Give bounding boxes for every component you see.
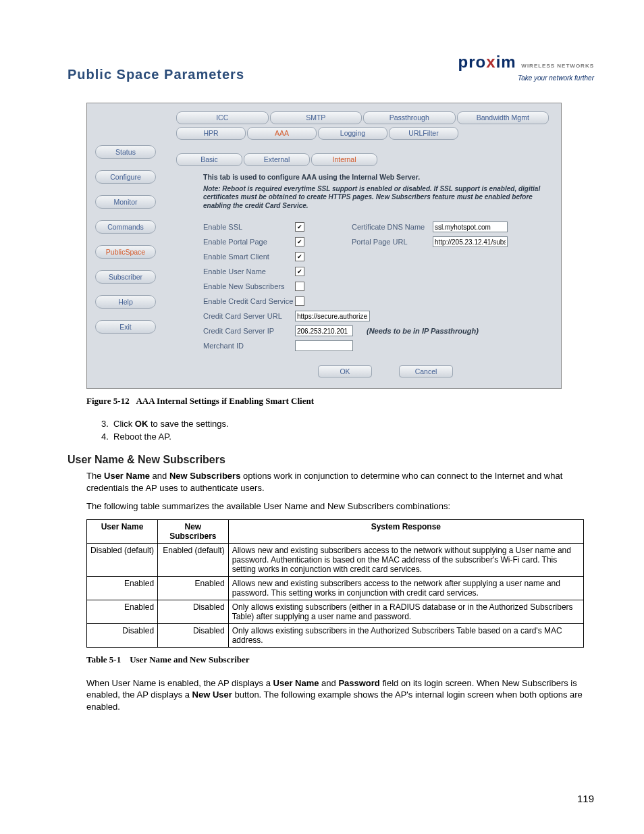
nav-help[interactable]: Help [95,295,156,309]
cc-ip-note: (Needs to be in IP Passthrough) [367,327,479,335]
input-portal-page-url[interactable] [433,236,508,247]
config-screenshot: StatusConfigureMonitorCommandsPublicSpac… [86,103,562,390]
th-new-subscribers: New Subscribers [158,519,229,543]
para-3: When User Name is enabled, the AP displa… [86,677,594,713]
cc-ip-label: Credit Card Server IP [203,327,295,335]
step-list: 3. Click OK to save the settings. 4. Reb… [101,419,594,442]
section-heading: User Name & New Subscribers [68,454,594,466]
table-row: DisabledDisabledOnly allows existing sub… [87,623,584,647]
nav-exit[interactable]: Exit [95,320,156,334]
ok-button[interactable]: OK [318,365,372,377]
table-row: Disabled (default)Enabled (default)Allow… [87,543,584,576]
checkbox-enable-new-subscribers[interactable] [295,282,304,291]
table-caption: Table 5-1 User Name and New Subscriber [86,654,594,665]
th-system-response: System Response [228,519,583,543]
label-enable-smart-client: Enable Smart Client [203,253,295,261]
tab-hpr[interactable]: HPR [176,127,246,140]
nav-publicspace[interactable]: PublicSpace [95,245,156,259]
tab-intro: This tab is used to configure AAA using … [203,173,550,181]
table-row: EnabledEnabledAllows new and existing su… [87,576,584,600]
tab-passthrough[interactable]: Passthrough [363,111,456,124]
label-enable-credit-card-service: Enable Credit Card Service [203,297,295,305]
label-enable-portal-page: Enable Portal Page [203,238,295,246]
input-certificate-dns-name[interactable] [433,221,508,232]
table-row: EnabledDisabledOnly allows existing subs… [87,600,584,623]
tab-aaa[interactable]: AAA [247,127,317,140]
page-number: 119 [577,793,594,804]
nav-monitor[interactable]: Monitor [95,195,156,209]
para-1: The User Name and New Subscribers option… [86,470,594,494]
label-enable-user-name: Enable User Name [203,267,295,276]
page-header: Public Space Parameters proxim WIRELESS … [68,53,594,82]
tab-external[interactable]: External [244,153,310,166]
label-portal-page-url: Portal Page URL [352,238,433,246]
tab-internal[interactable]: Internal [311,153,377,166]
tab-smtp[interactable]: SMTP [270,111,363,124]
nav-subscriber[interactable]: Subscriber [95,270,156,284]
nav-configure[interactable]: Configure [95,170,156,184]
cc-url-label: Credit Card Server URL [203,312,295,320]
merchant-input[interactable] [295,340,353,351]
label-enable-new-subscribers: Enable New Subscribers [203,282,295,290]
tab-basic[interactable]: Basic [176,153,242,166]
checkbox-enable-ssl[interactable]: ✔ [295,222,304,232]
label-certificate-dns-name: Certificate DNS Name [352,223,433,231]
checkbox-enable-smart-client[interactable]: ✔ [295,252,304,261]
page-title: Public Space Parameters [68,67,244,82]
nav-status[interactable]: Status [95,145,156,159]
cancel-button[interactable]: Cancel [399,365,453,377]
figure-caption: Figure 5-12 AAA Internal Settings if Ena… [86,396,594,407]
tab-warning: Note: Reboot is required everytime SSL s… [203,185,550,211]
checkbox-enable-portal-page[interactable]: ✔ [295,237,304,246]
tab-urlfilter[interactable]: URLFilter [389,127,458,140]
tab-logging[interactable]: Logging [318,127,387,140]
merchant-label: Merchant ID [203,342,295,350]
cc-ip-input[interactable] [295,325,353,336]
nav-commands[interactable]: Commands [95,220,156,234]
cc-url-input[interactable] [295,311,370,321]
para-2: The following table summarizes the avail… [86,500,594,513]
brand-logo: proxim WIRELESS NETWORKS Take your netwo… [458,53,594,82]
tab-icc[interactable]: ICC [176,111,269,124]
checkbox-enable-credit-card-service[interactable] [295,296,304,306]
th-user-name: User Name [87,519,158,543]
tab-bandwidth-mgmt[interactable]: Bandwidth Mgmt [457,111,549,124]
checkbox-enable-user-name[interactable]: ✔ [295,267,304,276]
combinations-table: User NameNew SubscribersSystem Response … [86,519,584,648]
label-enable-ssl: Enable SSL [203,223,295,231]
